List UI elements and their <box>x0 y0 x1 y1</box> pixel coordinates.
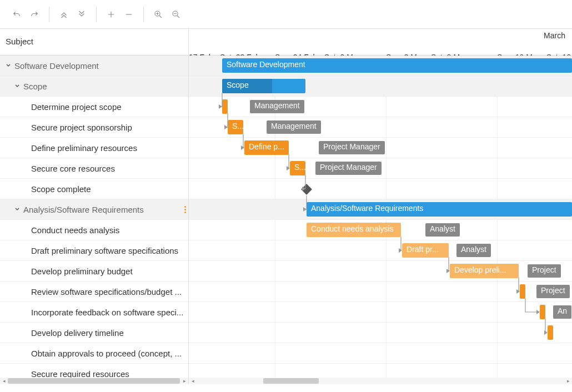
gantt-row <box>189 302 572 323</box>
task-row[interactable]: Define preliminary resources <box>0 138 188 158</box>
task-bar[interactable]: Define p... <box>244 140 289 155</box>
task-row[interactable]: Scope complete <box>0 179 188 199</box>
task-label: Secure project sponsorship <box>31 123 132 132</box>
scroll-left-icon[interactable]: ◂ <box>0 378 8 384</box>
task-row[interactable]: Determine project scope <box>0 97 188 117</box>
remove-button[interactable] <box>120 6 138 23</box>
task-bar[interactable] <box>540 305 545 319</box>
gantt-row <box>189 240 572 261</box>
task-row[interactable]: Incorporate feedback on software speci..… <box>0 302 188 323</box>
resource-tag: Analyst <box>425 223 460 237</box>
chevron-down-icon[interactable] <box>13 82 21 90</box>
redo-button[interactable] <box>26 6 43 23</box>
task-row[interactable]: Obtain approvals to proceed (concept, ..… <box>0 343 188 364</box>
task-label: Develop delivery timeline <box>31 328 124 338</box>
scroll-right-icon[interactable]: ▸ <box>180 378 188 384</box>
task-bar[interactable]: S... <box>228 120 243 134</box>
resource-tag: Management <box>267 120 321 134</box>
gantt-row <box>189 97 572 117</box>
task-label: Determine project scope <box>31 102 122 112</box>
summary-bar[interactable]: Analysis/Software Requirements <box>307 202 572 217</box>
zoom-out-button[interactable] <box>167 6 185 23</box>
scroll-thumb[interactable] <box>263 378 319 384</box>
task-label: Analysis/Software Requirements <box>23 205 144 214</box>
task-label: Scope complete <box>31 184 91 194</box>
resource-tag: Project Manager <box>319 141 385 154</box>
summary-bar[interactable]: Scope <box>222 79 305 93</box>
task-label: Conduct needs analysis <box>31 225 119 235</box>
add-button[interactable] <box>102 6 120 23</box>
right-scrollbar[interactable]: ◂ ▸ <box>189 378 572 384</box>
task-bar[interactable]: Develop preli... <box>450 264 519 278</box>
collapse-all-button[interactable] <box>73 6 91 23</box>
month-label: March <box>544 31 565 40</box>
task-row[interactable]: Secure project sponsorship <box>0 117 188 138</box>
task-label: Draft preliminary software specification… <box>31 246 178 255</box>
task-label: Define preliminary resources <box>31 143 137 153</box>
resource-tag: Project Manager <box>315 162 382 175</box>
subject-column-header[interactable]: Subject <box>0 29 189 55</box>
chevron-down-icon[interactable] <box>13 205 21 213</box>
task-row[interactable]: Review software specifications/budget ..… <box>0 282 188 302</box>
left-scrollbar[interactable]: ◂ ▸ <box>0 378 189 384</box>
toolbar <box>0 0 572 29</box>
task-group-row[interactable]: Scope <box>0 76 188 97</box>
task-row[interactable]: Secure required resources <box>0 364 188 378</box>
task-row[interactable]: Develop delivery timeline <box>0 323 188 343</box>
task-bar[interactable]: S... <box>290 161 305 175</box>
task-bar[interactable]: Conduct needs analysis <box>307 223 401 237</box>
undo-button[interactable] <box>8 6 26 23</box>
task-row[interactable]: Secure core resources <box>0 158 188 179</box>
timeline-header: March 17 Feb - Sat, 23 FebSun, 24 Feb - … <box>189 29 572 55</box>
header-row: Subject March 17 Feb - Sat, 23 FebSun, 2… <box>0 29 572 56</box>
task-row[interactable]: Draft preliminary software specification… <box>0 240 188 261</box>
task-row[interactable]: Develop preliminary budget <box>0 261 188 282</box>
task-group-row[interactable]: Analysis/Software Requirements <box>0 199 188 220</box>
gantt-row <box>189 179 572 199</box>
gantt-row <box>189 364 572 378</box>
resource-tag: Project <box>528 264 561 278</box>
task-label: Scope <box>23 82 47 91</box>
summary-bar[interactable]: Software Development <box>222 58 572 73</box>
gantt-row <box>189 323 572 343</box>
task-bar[interactable]: Draft pr... <box>402 243 449 258</box>
task-label: Develop preliminary budget <box>31 267 133 276</box>
body: Software DevelopmentScopeDetermine proje… <box>0 56 572 384</box>
gantt-panel[interactable]: Software DevelopmentScopeS...Define p...… <box>189 56 572 378</box>
task-label: Secure required resources <box>31 369 129 378</box>
task-label: Software Development <box>14 61 99 71</box>
drag-handle-icon[interactable] <box>183 199 187 220</box>
task-bar[interactable] <box>520 284 525 299</box>
task-label: Secure core resources <box>31 164 115 173</box>
scroll-left-icon[interactable]: ◂ <box>189 378 197 384</box>
zoom-in-button[interactable] <box>149 6 167 23</box>
gantt-row <box>189 343 572 364</box>
resource-tag: An <box>553 305 571 319</box>
task-tree-panel: Software DevelopmentScopeDetermine proje… <box>0 56 189 378</box>
gantt-row <box>189 117 572 138</box>
task-label: Incorporate feedback on software speci..… <box>31 308 183 317</box>
resource-tag: Analyst <box>456 244 491 257</box>
task-row[interactable]: Conduct needs analysis <box>0 220 188 240</box>
scroll-thumb[interactable] <box>8 378 180 384</box>
resource-tag: Project <box>536 285 570 298</box>
task-label: Review software specifications/budget ..… <box>31 287 182 296</box>
gantt-row <box>189 282 572 302</box>
task-bar[interactable] <box>548 325 553 340</box>
chevron-down-icon[interactable] <box>4 62 12 69</box>
scroll-right-icon[interactable]: ▸ <box>564 378 572 384</box>
task-label: Obtain approvals to proceed (concept, ..… <box>31 349 182 358</box>
resource-tag: Management <box>250 100 304 113</box>
task-bar[interactable] <box>222 99 228 114</box>
expand-all-button[interactable] <box>55 6 73 23</box>
task-group-row[interactable]: Software Development <box>0 56 188 76</box>
